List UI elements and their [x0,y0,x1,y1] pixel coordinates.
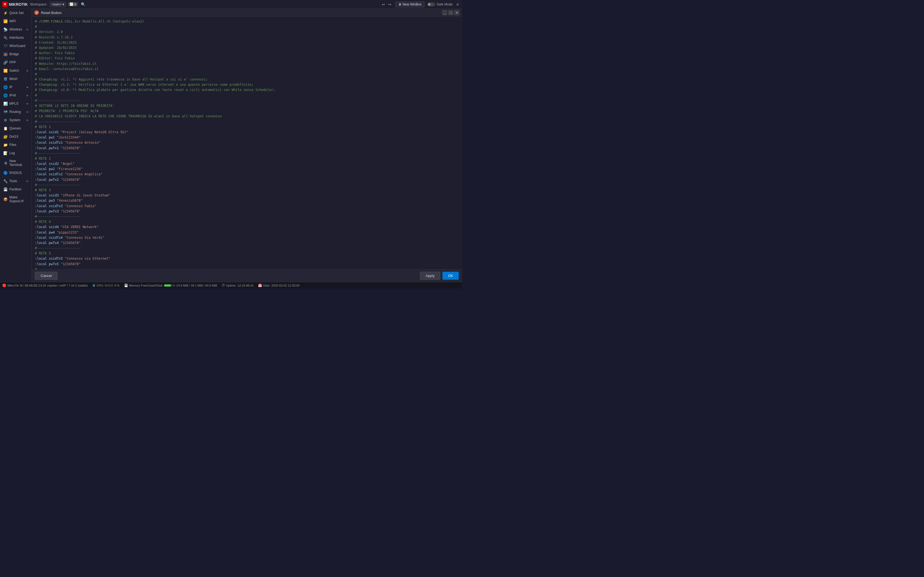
tools-icon: 🔧 [3,179,8,183]
sidebar-item-new-terminal[interactable]: 🖥 New Terminal [0,157,31,169]
cpu-icon: 🖥 [92,284,95,287]
sidebar-item-mesh[interactable]: 🕸 Mesh [0,75,31,83]
sidebar-item-queues[interactable]: 📋 Queues [0,124,31,132]
memory-icon: 💾 [124,284,128,287]
menu-icon[interactable]: ≡ [456,2,460,7]
code-area[interactable]: # /COMM.FINALE.COLL.Scr.Modello.All.rb (… [32,17,462,269]
date-icon: 📅 [258,284,262,287]
radius-icon: 🔵 [3,171,8,175]
sidebar-item-label-make-supout: Make Supout.rif [9,195,29,203]
cpu-fill [105,284,105,287]
sidebar-item-routing[interactable]: 🗺 Routing ▶ [0,108,31,116]
sidebar-item-files[interactable]: 📁 Files [0,141,31,149]
status-uptime-value: 1d 16:48:10 [237,284,254,287]
dialog-overlay: ↺ Reset Button _ □ ✕ # /COMM.FINALE.COLL… [32,9,462,282]
status-cpu-value: 4 % [115,284,120,287]
brand-icon: 🔴 [2,284,6,287]
workspace-dropdown[interactable]: <own> ▾ [50,2,66,7]
status-mem-label: Memory Free/Used/Total: [129,284,163,287]
sidebar-item-label-radius: RADIUS [9,171,29,175]
ppp-icon: 🔗 [3,60,8,64]
sidebar-item-label-ip: IP [9,85,25,89]
mpls-icon: 📊 [3,102,8,106]
status-brand: 🔴 MikroTik 6C:3B:6B:BE:23:26 mipsbe / mA… [2,284,88,287]
sidebar-item-ip[interactable]: 🌐 IP ▶ [0,83,31,91]
status-brand-name: MikroTik [7,284,19,287]
sidebar-item-label-switch: Switch [9,69,25,73]
close-button[interactable]: ✕ [454,10,459,15]
sidebar-item-label-ppp: PPP [9,60,29,64]
sidebar-item-label-mpls: MPLS [9,102,25,105]
files-icon: 📁 [3,143,8,147]
top-bar: M MIKROTIK Workspace: <own> ▾ ⬜ 8 🔍 ↩ ↪ … [0,0,462,9]
sidebar: ⚡ Quick Set 📶 WiFi 📡 Wireless ▶ 🔌 Interf… [0,9,32,282]
sidebar-item-make-supout[interactable]: 📦 Make Supout.rif [0,193,31,205]
sidebar-item-label-routing: Routing [9,110,25,114]
minimize-button[interactable]: _ [442,10,447,15]
routing-icon: 🗺 [3,110,8,114]
new-winbox-button[interactable]: 🖥 New WinBox [395,2,425,7]
dialog-title: Reset Button [41,11,442,15]
sidebar-item-dot1x[interactable]: 🔐 Dot1X [0,132,31,141]
search-icon[interactable]: 🔍 [80,2,87,7]
status-date-label: Date: [263,284,270,287]
sidebar-item-partition[interactable]: 💾 Partition [0,185,31,193]
ok-button[interactable]: OK [443,272,459,280]
sidebar-item-ppp[interactable]: 🔗 PPP [0,58,31,66]
sidebar-item-tools[interactable]: 🔧 Tools ▶ [0,177,31,185]
sidebar-item-wifi[interactable]: 📶 WiFi [0,17,31,25]
safe-mode-label: Safe Mode [437,2,453,6]
logo-icon: M [2,2,8,7]
make-supout-icon: 📦 [3,197,8,201]
sidebar-item-system[interactable]: ⚙ System ▶ [0,116,31,124]
workspace-value: <own> [52,2,61,6]
top-bar-right: ↩ ↪ 🖥 New WinBox Safe Mode ≡ [381,2,460,7]
sidebar-item-log[interactable]: 📝 Log [0,149,31,157]
status-uptime: ⏱ Uptime: 1d 16:48:10 [222,284,254,287]
action-right-buttons: Apply OK [420,272,459,280]
status-bar: 🔴 MikroTik 6C:3B:6B:BE:23:26 mipsbe / mA… [0,282,462,288]
top-bar-left: M MIKROTIK Workspace: <own> ▾ ⬜ 8 🔍 [2,2,87,7]
log-icon: 📝 [3,151,8,155]
sidebar-item-wireguard[interactable]: 🛡 WireGuard [0,42,31,50]
partition-icon: 💾 [3,187,8,192]
uptime-icon: ⏱ [222,284,225,287]
mem-bar [164,284,175,287]
cancel-button[interactable]: Cancel [35,272,58,280]
sidebar-item-label-quick-set: Quick Set [9,11,29,15]
routing-arrow-icon: ▶ [27,110,29,113]
tab-count-value: 8 [74,3,76,6]
sidebar-item-label-interfaces: Interfaces [9,36,29,40]
sidebar-item-label-wifi: WiFi [9,19,29,23]
maximize-button[interactable]: □ [448,10,453,15]
safe-mode-toggle[interactable] [427,2,435,6]
tab-count: ⬜ 8 [68,2,77,6]
mpls-arrow-icon: ▶ [27,102,29,105]
new-terminal-icon: 🖥 [3,161,8,165]
toggle-knob [428,3,431,6]
sidebar-item-switch[interactable]: 🔀 Switch ▶ [0,66,31,75]
ip-arrow-icon: ▶ [27,86,29,89]
sidebar-item-label-log: Log [9,151,29,155]
sidebar-item-interfaces[interactable]: 🔌 Interfaces [0,34,31,42]
apply-button[interactable]: Apply [420,272,441,280]
sidebar-item-mpls[interactable]: 📊 MPLS ▶ [0,100,31,108]
ipv6-icon: 🌐 [3,93,8,98]
sidebar-item-wireless[interactable]: 📡 Wireless ▶ [0,25,31,34]
switch-arrow-icon: ▶ [27,69,29,72]
bridge-icon: 🌉 [3,52,8,56]
undo-button[interactable]: ↩ [381,2,386,7]
sidebar-item-bridge[interactable]: 🌉 Bridge [0,50,31,58]
sidebar-item-label-wireguard: WireGuard [9,44,29,48]
code-content: # /COMM.FINALE.COLL.Scr.Modello.All.rb (… [35,19,459,269]
sidebar-item-ipv6[interactable]: 🌐 IPv6 ▶ [0,91,31,100]
dialog-titlebar: ↺ Reset Button _ □ ✕ [32,9,462,17]
new-winbox-label: New WinBox [402,2,422,6]
safe-mode-area: Safe Mode [427,2,453,6]
tools-arrow-icon: ▶ [27,180,29,182]
sidebar-item-label-files: Files [9,143,29,147]
dialog-icon: ↺ [34,10,39,15]
redo-button[interactable]: ↪ [387,2,393,7]
sidebar-item-radius[interactable]: 🔵 RADIUS [0,169,31,177]
sidebar-item-quick-set[interactable]: ⚡ Quick Set [0,9,31,17]
